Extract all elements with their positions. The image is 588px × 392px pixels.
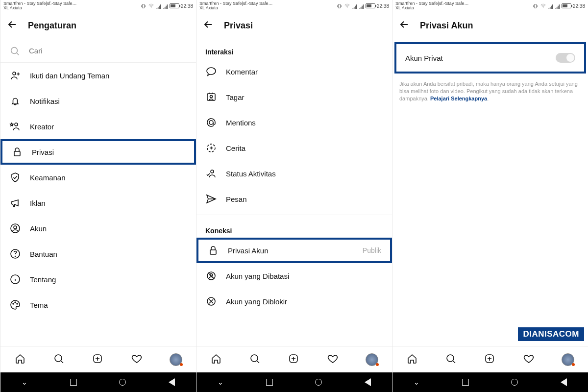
nav-search[interactable] <box>53 353 65 367</box>
nav-add[interactable] <box>92 353 103 367</box>
menu-label: Cerita <box>226 144 245 152</box>
privacy-item-comments[interactable]: Komentar <box>196 59 392 84</box>
nav-home-icon[interactable] <box>119 379 126 386</box>
menu-label: Ikuti dan Undang Teman <box>30 72 109 80</box>
page-title: Privasi Akun <box>420 21 473 31</box>
nav-profile-avatar[interactable] <box>562 353 574 366</box>
menu-label: Privasi Akun <box>228 246 269 255</box>
nav-profile-avatar[interactable] <box>366 353 378 366</box>
privacy-item-mentions[interactable]: Mentions <box>196 110 392 135</box>
watermark: DIANISACOM <box>518 327 584 341</box>
header: Privasi Akun <box>392 12 588 39</box>
star-user-icon <box>9 121 21 132</box>
header: Privasi <box>196 12 392 39</box>
lock-icon <box>207 245 219 256</box>
search-input[interactable] <box>29 47 187 55</box>
section-koneksi: Koneksi <box>196 218 392 238</box>
settings-item-ads[interactable]: Iklan <box>0 190 196 216</box>
nav-activity[interactable] <box>131 353 143 367</box>
nav-back-icon[interactable] <box>169 378 175 386</box>
nav-back-icon[interactable] <box>561 378 567 386</box>
megaphone-icon <box>9 197 21 209</box>
privacy-item-restricted[interactable]: Akun yang Dibatasi <box>196 263 392 289</box>
shield-icon <box>9 172 21 183</box>
private-account-description: Jika akun Anda bersifat pribadi, maka ha… <box>392 76 588 102</box>
search-icon <box>9 46 20 56</box>
privacy-item-blocked[interactable]: Akun yang Diblokir <box>196 289 392 314</box>
menu-label: Status Aktivitas <box>226 170 276 178</box>
status-bar: Smartfren - Stay Safe|sf.-Stay Safe… XL … <box>0 0 196 12</box>
privacy-item-account-privacy[interactable]: Privasi Akun Publik <box>196 238 392 263</box>
nav-recents-icon[interactable] <box>70 379 77 386</box>
menu-label: Keamanan <box>30 173 66 182</box>
nav-profile-avatar[interactable] <box>170 353 182 366</box>
mention-icon <box>205 117 217 128</box>
private-account-toggle[interactable] <box>556 53 575 63</box>
nav-home[interactable] <box>14 353 26 367</box>
nav-home-icon[interactable] <box>315 379 322 386</box>
block-icon <box>205 295 217 307</box>
menu-label: Iklan <box>30 199 46 207</box>
page-title: Privasi <box>224 21 253 31</box>
nav-home[interactable] <box>406 353 418 367</box>
bottom-nav <box>392 346 588 372</box>
android-nav: ⌄ <box>196 372 392 392</box>
settings-item-help[interactable]: Bantuan <box>0 241 196 267</box>
nav-activity[interactable] <box>523 353 535 367</box>
status-bar: Smartfren - Stay Safe|sf.-Stay Safe… XL … <box>392 0 588 12</box>
nav-back-icon[interactable] <box>365 378 371 386</box>
menu-label: Kreator <box>30 122 54 131</box>
nav-dropdown-icon[interactable]: ⌄ <box>22 378 27 386</box>
info-icon <box>9 273 21 285</box>
back-arrow-icon[interactable] <box>202 19 214 32</box>
private-account-toggle-row[interactable]: Akun Privat <box>396 44 584 72</box>
menu-label: Akun <box>30 224 47 233</box>
nav-activity[interactable] <box>327 353 339 367</box>
nav-recents-icon[interactable] <box>266 379 273 386</box>
privacy-item-story[interactable]: Cerita <box>196 135 392 161</box>
page-title: Pengaturan <box>28 21 76 31</box>
menu-label: Mentions <box>226 119 256 127</box>
privacy-item-activity-status[interactable]: Status Aktivitas <box>196 161 392 186</box>
back-arrow-icon[interactable] <box>6 19 18 32</box>
settings-item-account[interactable]: Akun <box>0 216 196 241</box>
nav-add[interactable] <box>288 353 299 367</box>
nav-add[interactable] <box>484 353 495 367</box>
search-row[interactable] <box>0 39 196 63</box>
settings-item-privacy[interactable]: Privasi <box>0 139 196 165</box>
nav-search[interactable] <box>445 353 457 367</box>
user-circle-icon <box>9 222 21 234</box>
nav-home[interactable] <box>210 353 222 367</box>
settings-item-about[interactable]: Tentang <box>0 267 196 292</box>
menu-label: Privasi <box>32 148 54 156</box>
privacy-item-tags[interactable]: Tagar <box>196 84 392 110</box>
send-icon <box>205 193 217 205</box>
status-bar: Smartfren - Stay Safe|sf.-Stay Safe… XL … <box>196 0 392 12</box>
settings-item-security[interactable]: Keamanan <box>0 165 196 190</box>
bottom-nav <box>0 346 196 372</box>
menu-label: Akun yang Dibatasi <box>226 272 289 280</box>
settings-item-notifications[interactable]: Notifikasi <box>0 88 196 114</box>
add-user-icon <box>9 70 21 81</box>
menu-trailing: Publik <box>363 246 381 254</box>
lock-icon <box>11 146 23 158</box>
menu-label: Tentang <box>30 275 56 284</box>
nav-recents-icon[interactable] <box>462 379 469 386</box>
learn-more-link[interactable]: Pelajari Selengkapnya <box>430 96 487 101</box>
settings-item-invite[interactable]: Ikuti dan Undang Teman <box>0 63 196 88</box>
settings-item-creator[interactable]: Kreator <box>0 114 196 139</box>
menu-label: Notifikasi <box>30 97 60 105</box>
bottom-nav <box>196 346 392 372</box>
back-arrow-icon[interactable] <box>398 19 410 32</box>
help-icon <box>9 248 21 260</box>
activity-status-icon <box>205 168 217 179</box>
settings-item-theme[interactable]: Tema <box>0 292 196 318</box>
privacy-item-messages[interactable]: Pesan <box>196 186 392 212</box>
palette-icon <box>9 299 21 311</box>
comment-icon <box>205 66 217 77</box>
nav-home-icon[interactable] <box>511 379 518 386</box>
nav-search[interactable] <box>249 353 261 367</box>
bell-icon <box>9 95 21 107</box>
nav-dropdown-icon[interactable]: ⌄ <box>218 378 223 386</box>
nav-dropdown-icon[interactable]: ⌄ <box>414 378 419 386</box>
